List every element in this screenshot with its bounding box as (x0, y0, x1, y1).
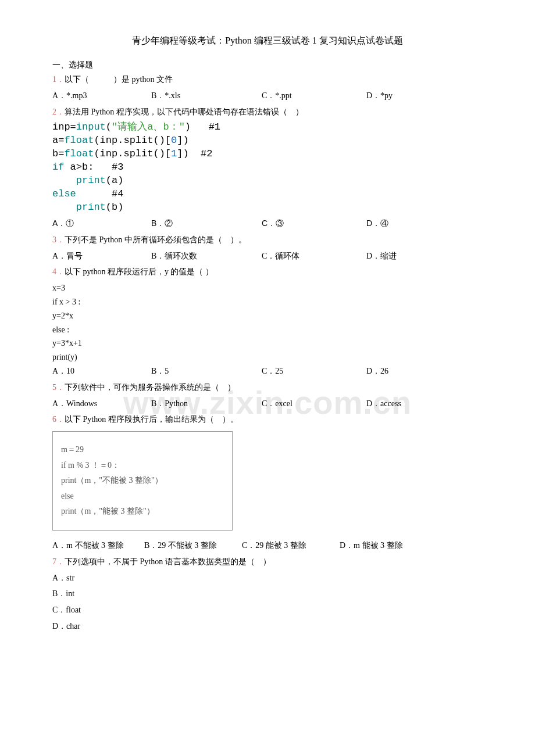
q7-optC: C．float (52, 603, 483, 617)
code-line: y=2*x (52, 309, 483, 323)
q5-optC: C．excel (262, 397, 366, 411)
code-line: else : (52, 323, 483, 337)
q7-optD: D．char (52, 619, 483, 633)
code-text: ( (106, 121, 112, 132)
code-text: a= (52, 135, 64, 146)
q4-text: 以下 python 程序段运行后，y 的值是（ ） (65, 267, 213, 276)
q3-text: 下列不是 Python 中所有循环必须包含的是（ ）。 (65, 235, 247, 244)
q7-optA: A．str (52, 571, 483, 585)
q2-code: inp=input("请输入a、b：") #1 a=float(inp.spli… (52, 121, 483, 214)
q2-text: 算法用 Python 程序实现，以下代码中哪处语句存在语法错误（ ） (65, 108, 304, 116)
code-text: b= (52, 148, 64, 159)
q6-optA: A．m 不能被 3 整除 (52, 539, 144, 553)
code-text: 1 (171, 148, 177, 159)
q1-optA: A．*.mp3 (52, 89, 151, 103)
code-text: float (64, 148, 94, 159)
code-text: "请输入a、b：" (112, 121, 185, 132)
q4-stem: 4．以下 python 程序段运行后，y 的值是（ ） (52, 265, 483, 279)
q3-optD: D．缩进 (366, 249, 397, 263)
q6-stem: 6．以下 Python 程序段执行后，输出结果为（ ）。 (52, 413, 483, 427)
code-text: #3 (94, 162, 123, 173)
code-text: 0 (171, 135, 177, 146)
q6-optD: D．m 能被 3 整除 (340, 539, 403, 553)
q7-optB: B．int (52, 587, 483, 601)
q1-num: 1． (52, 75, 65, 84)
code-text: print (76, 175, 106, 186)
code-line: if m % 3 ！＝0： (61, 458, 224, 474)
code-text: print (76, 202, 106, 213)
q4-code: x=3 if x > 3 : y=2*x else : y=3*x+1 prin… (52, 281, 483, 364)
q4-optA: A．10 (52, 364, 151, 378)
code-text (52, 175, 76, 186)
q7-text: 下列选项中，不属于 Python 语言基本数据类型的是（ ） (65, 557, 271, 566)
q1-optD: D．*py (366, 89, 393, 103)
q2-optC: C．③ (262, 217, 366, 231)
code-line: x=3 (52, 281, 483, 295)
q3-stem: 3．下列不是 Python 中所有循环必须包含的是（ ）。 (52, 233, 483, 247)
q1-text: 以下（ ）是 python 文件 (65, 75, 173, 84)
q4-optC: C．25 (262, 364, 366, 378)
section-heading: 一、选择题 (52, 60, 483, 70)
q3-options: A．冒号 B．循环次数 C．循环体 D．缩进 (52, 249, 483, 263)
q1-options: A．*.mp3 B．*.xls C．*.ppt D．*py (52, 89, 483, 103)
q6-optC: C．29 能被 3 整除 (242, 539, 340, 553)
code-line: print（m，"能被 3 整除"） (61, 504, 224, 519)
q1-optC: C．*.ppt (262, 89, 366, 103)
q5-stem: 5．下列软件中，可作为服务器操作系统的是（ ） (52, 381, 483, 395)
code-line: else (61, 489, 224, 504)
code-text: (inp.split()[ (94, 148, 171, 159)
code-text: (b) (106, 202, 124, 213)
q2-optD: D．④ (366, 217, 388, 231)
code-line: print（m，"不能被 3 整除"） (61, 473, 224, 489)
code-text: inp= (52, 121, 76, 132)
code-line: if x > 3 : (52, 295, 483, 309)
q7-stem: 7．下列选项中，不属于 Python 语言基本数据类型的是（ ） (52, 555, 483, 569)
page-title: 青少年编程等级考试：Python 编程三级试卷 1 复习知识点试卷试题 (52, 35, 483, 47)
code-text: a>b: (70, 162, 94, 173)
q4-options: A．10 B．5 C．25 D．26 (52, 364, 483, 378)
code-text: float (64, 135, 94, 146)
code-text: ) (185, 121, 191, 132)
q1-stem: 1．以下（ ）是 python 文件 (52, 73, 483, 87)
q2-optB: B．② (151, 217, 262, 231)
q4-optB: B．5 (151, 364, 262, 378)
q6-options: A．m 不能被 3 整除 B．29 不能被 3 整除 C．29 能被 3 整除 … (52, 539, 483, 553)
q2-num: 2． (52, 108, 65, 116)
q1-optB: B．*.xls (151, 89, 262, 103)
code-line: y=3*x+1 (52, 336, 483, 350)
code-text: #2 (189, 148, 213, 159)
q2-optA: A．① (52, 217, 151, 231)
q6-text: 以下 Python 程序段执行后，输出结果为（ ）。 (65, 415, 238, 424)
q2-options: A．① B．② C．③ D．④ (52, 217, 483, 231)
code-text: else (52, 188, 76, 199)
q6-num: 6． (52, 415, 65, 424)
q7-num: 7． (52, 557, 65, 566)
content-wrapper: 青少年编程等级考试：Python 编程三级试卷 1 复习知识点试卷试题 一、选择… (52, 35, 483, 633)
q4-optD: D．26 (366, 364, 388, 378)
code-text: (a) (106, 175, 124, 186)
q5-optB: B．Python (151, 397, 262, 411)
q5-text: 下列软件中，可作为服务器操作系统的是（ ） (65, 383, 236, 392)
q6-optB: B．29 不能被 3 整除 (144, 539, 242, 553)
code-text: input (76, 121, 106, 132)
code-line: print(y) (52, 350, 483, 364)
code-text: #1 (191, 121, 220, 132)
q2-stem: 2．算法用 Python 程序实现，以下代码中哪处语句存在语法错误（ ） (52, 105, 483, 119)
q4-num: 4． (52, 267, 65, 276)
q5-num: 5． (52, 383, 65, 392)
code-text: (inp.split()[ (94, 135, 171, 146)
q6-code-box: m＝29 if m % 3 ！＝0： print（m，"不能被 3 整除"） e… (52, 431, 233, 531)
q3-optA: A．冒号 (52, 249, 151, 263)
q5-optD: D．access (366, 397, 401, 411)
code-text: ]) (177, 135, 188, 146)
code-text: #4 (76, 188, 124, 199)
code-text: ]) (177, 148, 188, 159)
code-text: if (52, 162, 70, 173)
q3-num: 3． (52, 235, 65, 244)
q3-optB: B．循环次数 (151, 249, 262, 263)
code-text (52, 202, 76, 213)
code-line: m＝29 (61, 442, 224, 458)
q3-optC: C．循环体 (262, 249, 366, 263)
q5-options: A．Windows B．Python C．excel D．access (52, 397, 483, 411)
q5-optA: A．Windows (52, 397, 151, 411)
